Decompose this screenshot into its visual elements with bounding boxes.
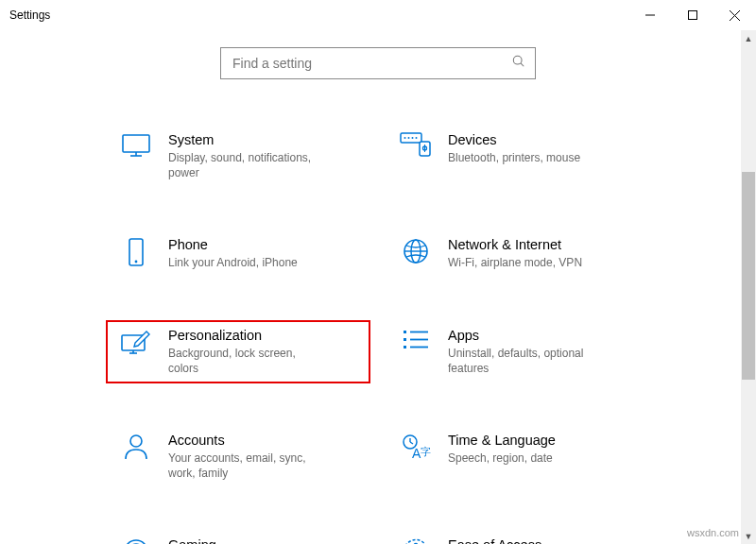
tile-devices[interactable]: Devices Bluetooth, printers, mouse — [393, 132, 643, 180]
tile-system[interactable]: System Display, sound, notifications, po… — [113, 132, 363, 180]
svg-rect-9 — [401, 133, 421, 143]
svg-point-13 — [416, 137, 418, 139]
time-language-icon: A字 — [397, 433, 435, 461]
tile-title: Accounts — [168, 433, 324, 448]
devices-icon — [397, 132, 435, 157]
tile-desc: Bluetooth, printers, mouse — [448, 150, 580, 165]
gaming-icon — [117, 537, 155, 544]
system-icon — [117, 132, 155, 159]
svg-point-37 — [125, 540, 147, 544]
tile-accounts[interactable]: Accounts Your accounts, email, sync, wor… — [113, 433, 363, 481]
tile-title: Phone — [168, 237, 298, 252]
minimize-icon — [645, 10, 655, 20]
maximize-icon — [688, 10, 697, 20]
tile-ease-of-access[interactable]: Ease of Access Narrator, magnifier, high — [393, 537, 643, 544]
phone-icon — [117, 237, 155, 267]
svg-rect-25 — [404, 331, 406, 333]
tile-desc: Display, sound, notifications, power — [168, 150, 324, 180]
svg-line-5 — [521, 63, 524, 66]
svg-point-10 — [404, 137, 406, 139]
maximize-button[interactable] — [671, 0, 713, 30]
watermark: wsxdn.com — [687, 527, 739, 538]
svg-rect-6 — [123, 135, 149, 152]
vertical-scrollbar[interactable]: ▲ ▼ — [741, 30, 756, 544]
svg-line-34 — [410, 442, 413, 444]
svg-point-18 — [135, 261, 138, 264]
settings-grid: System Display, sound, notifications, po… — [113, 132, 643, 544]
tile-title: System — [168, 132, 324, 147]
personalization-icon — [117, 328, 155, 356]
tile-title: Time & Language — [448, 433, 556, 448]
tile-title: Apps — [448, 328, 604, 343]
tile-title: Ease of Access — [448, 537, 569, 544]
search-box[interactable] — [220, 47, 536, 79]
scroll-up-arrow[interactable]: ▲ — [741, 30, 756, 46]
tile-network[interactable]: Network & Internet Wi-Fi, airplane mode,… — [393, 237, 643, 270]
network-icon — [397, 237, 435, 265]
close-icon — [730, 10, 740, 21]
window-title: Settings — [9, 8, 50, 22]
accounts-icon — [117, 433, 155, 461]
tile-desc: Your accounts, email, sync, work, family — [168, 450, 324, 481]
search-icon — [512, 55, 525, 72]
tile-desc: Wi-Fi, airplane mode, VPN — [448, 255, 582, 270]
tile-title: Personalization — [168, 328, 324, 343]
close-button[interactable] — [713, 0, 756, 30]
tile-title: Network & Internet — [448, 237, 582, 252]
ease-of-access-icon — [397, 537, 435, 544]
tile-desc: Background, lock screen, colors — [168, 346, 324, 376]
tile-apps[interactable]: Apps Uninstall, defaults, optional featu… — [393, 328, 643, 376]
apps-icon — [397, 328, 435, 352]
tile-phone[interactable]: Phone Link your Android, iPhone — [113, 237, 363, 270]
scroll-thumb[interactable] — [742, 172, 755, 380]
tile-desc: Link your Android, iPhone — [168, 255, 298, 270]
tile-gaming[interactable]: Gaming Game bar, captures, — [113, 537, 363, 544]
svg-point-4 — [513, 56, 522, 64]
scroll-down-arrow[interactable]: ▼ — [741, 528, 756, 544]
svg-point-12 — [412, 137, 414, 139]
tile-personalization[interactable]: Personalization Background, lock screen,… — [113, 328, 363, 376]
title-bar: Settings — [0, 0, 756, 30]
svg-rect-26 — [404, 338, 406, 341]
tile-time-language[interactable]: A字 Time & Language Speech, region, date — [393, 433, 643, 481]
window-controls — [628, 0, 756, 30]
tile-desc: Uninstall, defaults, optional features — [448, 346, 604, 376]
search-input[interactable] — [232, 56, 512, 71]
svg-rect-27 — [404, 346, 406, 348]
tile-title: Devices — [448, 132, 580, 147]
tile-title: Gaming — [168, 537, 271, 544]
tile-desc: Speech, region, date — [448, 450, 556, 466]
svg-text:字: 字 — [421, 446, 431, 457]
svg-rect-1 — [688, 11, 696, 20]
svg-point-31 — [130, 435, 142, 447]
minimize-button[interactable] — [628, 0, 671, 30]
svg-point-11 — [408, 137, 410, 139]
